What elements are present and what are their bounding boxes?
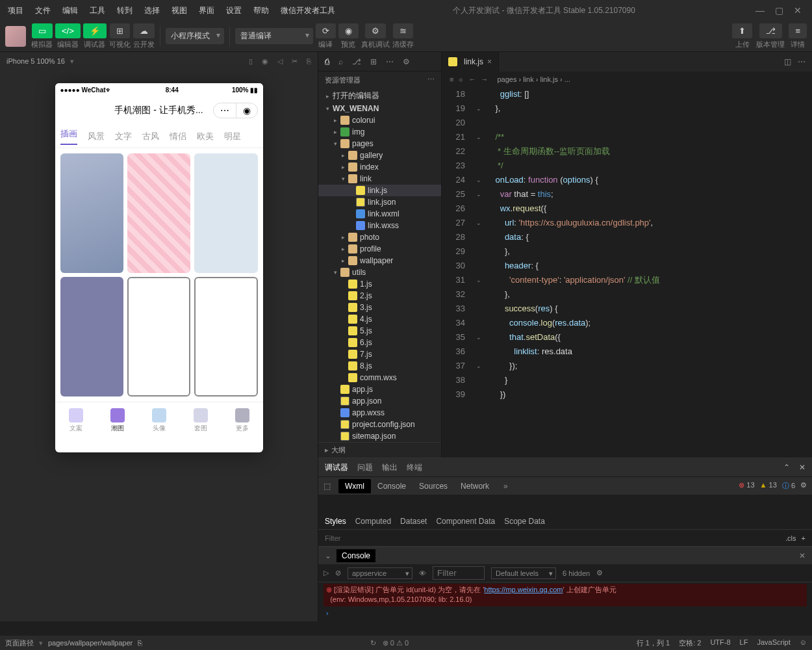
tree-item-8.js[interactable]: 8.js bbox=[318, 360, 441, 372]
nav-item-头像[interactable]: 头像 bbox=[138, 402, 180, 438]
devtools-tab-network[interactable]: Network bbox=[454, 479, 496, 493]
tree-item-2.js[interactable]: 2.js bbox=[318, 290, 441, 302]
console-settings-icon[interactable]: ⚙ bbox=[596, 569, 603, 577]
compile-button[interactable]: ⟳ bbox=[316, 23, 336, 38]
search-icon[interactable]: ⌕ bbox=[338, 57, 343, 66]
devtools-tab-sources[interactable]: Sources bbox=[412, 479, 454, 493]
menu-工具[interactable]: 工具 bbox=[84, 3, 110, 19]
tree-item-app.js[interactable]: app.js bbox=[318, 384, 441, 395]
close-button[interactable]: ✕ bbox=[794, 5, 802, 16]
wallpaper-grid[interactable] bbox=[55, 148, 263, 402]
panel-close-icon[interactable]: ✕ bbox=[799, 463, 806, 472]
console-stop-icon[interactable]: ⊘ bbox=[335, 569, 341, 577]
settings-icon[interactable]: ⚙ bbox=[403, 57, 410, 66]
tree-item-index[interactable]: ▸index bbox=[318, 161, 441, 173]
console-close-icon[interactable]: ✕ bbox=[799, 551, 806, 560]
sync-icon[interactable]: ↻ bbox=[370, 639, 376, 647]
menu-帮助[interactable]: 帮助 bbox=[248, 3, 274, 19]
user-avatar[interactable] bbox=[5, 26, 26, 47]
error-link[interactable]: https://mp.weixin.qq.com bbox=[484, 586, 563, 593]
category-tab[interactable]: 情侣 bbox=[170, 131, 186, 142]
eol-indicator[interactable]: LF bbox=[740, 638, 748, 648]
page-path[interactable]: pages/wallpaper/wallpaper bbox=[48, 639, 133, 647]
device-icon[interactable]: ▯ bbox=[249, 57, 253, 66]
wallpaper-item[interactable] bbox=[60, 153, 123, 273]
breadcrumb[interactable]: ≡⟐←→ pages › link › link.js › ... bbox=[442, 72, 812, 87]
editor-tab[interactable]: link.js × bbox=[442, 52, 499, 72]
hidden-count[interactable]: 6 hidden bbox=[563, 569, 590, 577]
workspace-section[interactable]: ▾WX_WENAN bbox=[318, 103, 441, 114]
files-icon[interactable]: ⎙ bbox=[325, 57, 329, 66]
copy-path-icon[interactable]: ⎘ bbox=[138, 639, 142, 647]
tree-item-4.js[interactable]: 4.js bbox=[318, 313, 441, 325]
category-tab[interactable]: 欧美 bbox=[197, 131, 214, 142]
wallpaper-item[interactable] bbox=[127, 153, 190, 273]
spaces-indicator[interactable]: 空格: 2 bbox=[679, 638, 701, 648]
clear-cache-button[interactable]: ≋ bbox=[393, 23, 413, 38]
tree-item-comm.wxs[interactable]: comm.wxs bbox=[318, 372, 441, 384]
error-count-badge[interactable]: 13 bbox=[739, 481, 754, 491]
styles-tab-component-data[interactable]: Component Data bbox=[436, 517, 495, 526]
minimize-button[interactable]: ― bbox=[755, 5, 765, 16]
tree-item-app.wxss[interactable]: app.wxss bbox=[318, 407, 441, 419]
wallpaper-item[interactable] bbox=[194, 153, 257, 273]
panel-collapse-icon[interactable]: ⌃ bbox=[783, 463, 790, 472]
tree-item-3.js[interactable]: 3.js bbox=[318, 302, 441, 313]
status-errors[interactable]: ⊗ 0 ⚠ 0 bbox=[383, 639, 409, 647]
nav-item-更多[interactable]: 更多 bbox=[222, 402, 263, 438]
branch-icon[interactable]: ⎇ bbox=[352, 57, 361, 66]
category-tab[interactable]: 插画 bbox=[60, 128, 77, 145]
tree-item-6.js[interactable]: 6.js bbox=[318, 337, 441, 348]
debug-tab-输出[interactable]: 输出 bbox=[382, 462, 398, 473]
editor-more-icon[interactable]: ⋯ bbox=[798, 57, 806, 66]
info-count-badge[interactable]: 6 bbox=[782, 481, 795, 491]
more-icon[interactable]: ⋯ bbox=[386, 57, 394, 66]
debug-tab-调试器[interactable]: 调试器 bbox=[325, 462, 348, 473]
menu-文件[interactable]: 文件 bbox=[30, 3, 56, 19]
tree-item-app.json[interactable]: app.json bbox=[318, 395, 441, 407]
open-editors-section[interactable]: ▸打开的编辑器 bbox=[318, 89, 441, 103]
debug-tab-终端[interactable]: 终端 bbox=[407, 462, 422, 473]
close-tab-icon[interactable]: × bbox=[487, 57, 492, 66]
device-info[interactable]: iPhone 5 100% 16 bbox=[6, 57, 65, 65]
menu-项目[interactable]: 项目 bbox=[3, 3, 29, 19]
encoding-indicator[interactable]: UTF-8 bbox=[710, 638, 730, 648]
log-levels-dropdown[interactable]: Default levels bbox=[491, 567, 556, 579]
debugger-toggle[interactable]: ⚡ bbox=[83, 23, 107, 38]
upload-button[interactable]: ⬆ bbox=[732, 23, 752, 38]
tree-item-link.json[interactable]: link.json bbox=[318, 196, 441, 208]
tree-item-pages[interactable]: ▾pages bbox=[318, 138, 441, 150]
tree-item-link.wxml[interactable]: link.wxml bbox=[318, 208, 441, 220]
wallpaper-item[interactable] bbox=[127, 277, 190, 396]
menu-设置[interactable]: 设置 bbox=[221, 3, 247, 19]
styles-tab-dataset[interactable]: Dataset bbox=[400, 517, 427, 526]
version-button[interactable]: ⎇ bbox=[759, 23, 782, 38]
devtools-tab-console[interactable]: Console bbox=[371, 479, 412, 493]
add-style-icon[interactable]: + bbox=[802, 534, 806, 542]
tree-item-link[interactable]: ▾link bbox=[318, 173, 441, 185]
mode-dropdown[interactable]: 小程序模式 bbox=[166, 28, 224, 44]
category-tab[interactable]: 古风 bbox=[142, 131, 159, 142]
tree-item-5.js[interactable]: 5.js bbox=[318, 325, 441, 337]
tree-item-link.wxss[interactable]: link.wxss bbox=[318, 220, 441, 231]
nav-item-潮图[interactable]: 潮图 bbox=[97, 402, 138, 438]
menu-选择[interactable]: 选择 bbox=[139, 3, 165, 19]
menu-编辑[interactable]: 编辑 bbox=[57, 3, 83, 19]
styles-tab-scope-data[interactable]: Scope Data bbox=[504, 517, 545, 526]
tree-item-profile[interactable]: ▸profile bbox=[318, 243, 441, 255]
wallpaper-item[interactable] bbox=[60, 277, 123, 396]
visual-toggle[interactable]: ⊞ bbox=[110, 23, 130, 38]
styles-tab-computed[interactable]: Computed bbox=[355, 517, 391, 526]
console-filter-input[interactable] bbox=[433, 566, 485, 580]
compile-dropdown[interactable]: 普通编译 bbox=[235, 28, 313, 44]
tree-item-wallpaper[interactable]: ▸wallpaper bbox=[318, 255, 441, 266]
console-prompt[interactable]: › bbox=[324, 606, 807, 619]
tree-item-colorui[interactable]: ▸colorui bbox=[318, 114, 441, 126]
explorer-menu-icon[interactable]: ⋯ bbox=[427, 75, 435, 85]
tree-item-7.js[interactable]: 7.js bbox=[318, 348, 441, 360]
cut-icon[interactable]: ✂ bbox=[292, 57, 298, 66]
tree-item-project.config.json[interactable]: project.config.json bbox=[318, 419, 441, 430]
menu-视图[interactable]: 视图 bbox=[166, 3, 192, 19]
category-tab[interactable]: 风景 bbox=[88, 131, 105, 142]
styles-tab-styles[interactable]: Styles bbox=[325, 517, 346, 526]
